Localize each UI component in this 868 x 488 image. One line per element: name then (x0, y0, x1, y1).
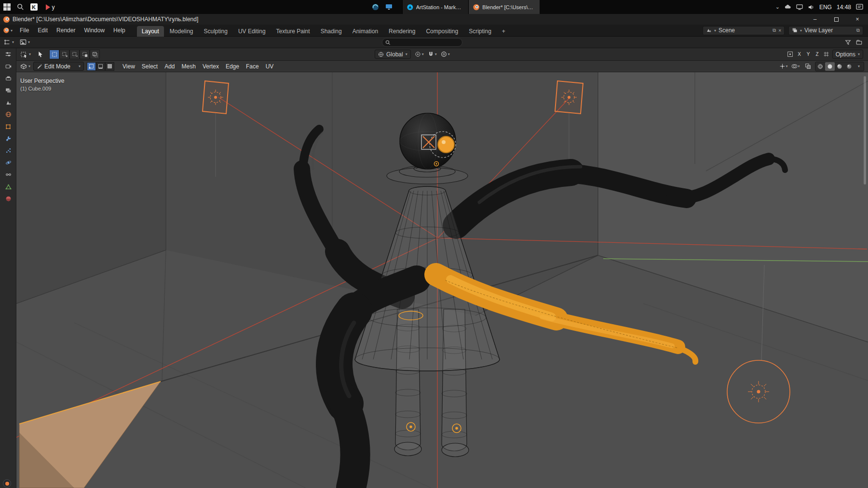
tab-modifier-properties[interactable] (0, 132, 16, 145)
orientation-dropdown[interactable]: Global ▾ (375, 50, 411, 59)
viewport-scrollbar[interactable] (864, 76, 866, 185)
new-collection-icon[interactable] (856, 40, 862, 45)
filter-funnel-icon[interactable] (845, 40, 851, 45)
face-select-button[interactable] (105, 62, 114, 71)
close-button[interactable]: × (847, 14, 868, 25)
tab-output-properties[interactable] (0, 72, 16, 84)
mode-dropdown[interactable]: Edit Mode ▾ (33, 62, 84, 71)
onedrive-icon[interactable] (785, 4, 791, 10)
blender-titlebar[interactable]: Blender* [C:\Users\Alimzhan\Documents\VI… (0, 14, 868, 25)
copy-scene-icon[interactable]: ⧉ (773, 27, 776, 33)
cursor-tool-button[interactable] (36, 50, 45, 59)
pivot-point-dropdown[interactable]: ▾ (415, 51, 424, 57)
tab-scripting[interactable]: Scripting (464, 26, 496, 37)
menu-edge[interactable]: Edge (222, 62, 243, 71)
tab-constraint-properties[interactable] (0, 169, 16, 181)
copy-view-layer-icon[interactable]: ⧉ (856, 27, 860, 33)
running-app-display[interactable] (382, 0, 395, 14)
clock[interactable]: 14:48 (837, 4, 851, 11)
transform-pivot-icon[interactable] (787, 51, 793, 57)
volume-icon[interactable] (808, 4, 814, 10)
select-box-subtract-button[interactable] (69, 50, 80, 59)
show-gizmo-dropdown[interactable]: ▾ (779, 62, 788, 71)
tab-shading[interactable]: Shading (316, 26, 347, 37)
menu-face[interactable]: Face (243, 62, 262, 71)
tab-rendering[interactable]: Rendering (384, 26, 420, 37)
tab-uv-editing[interactable]: UV Editing (233, 26, 271, 37)
tab-layout[interactable]: Layout (137, 26, 164, 37)
xray-toggle-button[interactable] (803, 62, 813, 71)
proportional-editing-dropdown[interactable]: ▾ (441, 51, 450, 57)
editor-type-3d-viewport[interactable]: ▾ (16, 63, 30, 69)
tab-data-properties[interactable] (0, 181, 16, 193)
maximize-button[interactable] (826, 14, 847, 25)
pinned-app-y[interactable]: y (41, 0, 60, 14)
menu-edit[interactable]: Edit (33, 26, 52, 35)
taskbar-search-button[interactable] (14, 0, 27, 14)
mirror-x-toggle[interactable]: X (796, 52, 802, 57)
tab-material-properties[interactable] (0, 193, 16, 205)
tab-compositing[interactable]: Compositing (421, 26, 463, 37)
shading-rendered-button[interactable] (844, 62, 854, 71)
select-box-extend-button[interactable] (59, 50, 69, 59)
select-box-new-button[interactable] (49, 50, 59, 59)
menu-select[interactable]: Select (138, 62, 161, 71)
floating-app-icon[interactable] (3, 479, 11, 488)
search-input[interactable] (393, 40, 455, 45)
app-menu-button[interactable]: ▾ (0, 27, 15, 34)
tab-object-properties[interactable] (0, 120, 16, 132)
running-app-launcher[interactable] (368, 0, 382, 14)
tab-physics-properties[interactable] (0, 157, 16, 169)
shading-dropdown[interactable]: ▾ (854, 62, 864, 71)
tray-chevron-icon[interactable]: ⌄ (775, 4, 780, 10)
taskbar-app-artstation[interactable]: ArtStation - Marketpl... (402, 0, 468, 14)
tab-sculpting[interactable]: Sculpting (199, 26, 232, 37)
view-layer-selector[interactable]: ▾ View Layer ⧉ (788, 26, 863, 35)
language-indicator[interactable]: ENG (819, 4, 832, 11)
shading-solid-button[interactable] (825, 62, 835, 71)
outliner-display-mode[interactable]: ▾ (14, 39, 30, 45)
start-button[interactable] (0, 0, 14, 14)
tab-render-properties[interactable] (0, 60, 16, 72)
mirror-y-toggle[interactable]: Y (805, 52, 812, 57)
active-tool-dropdown[interactable]: ▾ (16, 51, 31, 58)
tab-scene-properties[interactable] (0, 96, 16, 108)
editor-type-outliner[interactable]: ▾ (0, 39, 14, 45)
menu-uv[interactable]: UV (262, 62, 277, 71)
menu-help[interactable]: Help (109, 26, 130, 35)
tab-view-layer-properties[interactable] (0, 84, 16, 96)
pinned-app-k[interactable]: K (27, 0, 41, 14)
shading-wireframe-button[interactable] (815, 62, 825, 71)
select-box-invert-button[interactable] (80, 50, 90, 59)
network-icon[interactable] (796, 4, 803, 10)
menu-file[interactable]: File (15, 26, 33, 35)
outliner-search[interactable] (382, 38, 462, 47)
viewport-canvas[interactable]: User Perspective (1) Cube.009 (16, 72, 868, 488)
minimize-button[interactable]: – (804, 14, 826, 25)
vertex-select-button[interactable] (87, 62, 96, 71)
menu-add[interactable]: Add (161, 62, 178, 71)
menu-view[interactable]: View (119, 62, 138, 71)
shading-material-button[interactable] (835, 62, 844, 71)
tab-texture-paint[interactable]: Texture Paint (271, 26, 315, 37)
tab-particle-properties[interactable] (0, 145, 16, 157)
tab-animation[interactable]: Animation (348, 26, 383, 37)
select-box-intersect-button[interactable] (90, 50, 100, 59)
taskbar-app-blender[interactable]: Blender* [C:\Users\Ali... (468, 0, 540, 14)
unlink-scene-icon[interactable]: × (778, 28, 781, 33)
snap-toggle-dropdown[interactable]: ▾ (428, 51, 437, 57)
scene-selector[interactable]: ▾ Scene ⧉ × (703, 26, 785, 35)
tab-modeling[interactable]: Modeling (165, 26, 198, 37)
show-overlays-dropdown[interactable]: ▾ (791, 62, 800, 71)
tab-world-properties[interactable] (0, 108, 16, 120)
menu-render[interactable]: Render (52, 26, 80, 35)
mirror-z-toggle[interactable]: Z (814, 52, 820, 57)
menu-mesh[interactable]: Mesh (178, 62, 199, 71)
options-dropdown[interactable]: Options ▾ (832, 50, 863, 59)
action-center-icon[interactable] (856, 4, 863, 10)
edge-select-button[interactable] (96, 62, 105, 71)
menu-vertex[interactable]: Vertex (199, 62, 222, 71)
editor-type-properties[interactable] (0, 48, 16, 60)
add-workspace-button[interactable]: + (497, 26, 510, 37)
snap-grid-icon[interactable] (823, 51, 829, 57)
